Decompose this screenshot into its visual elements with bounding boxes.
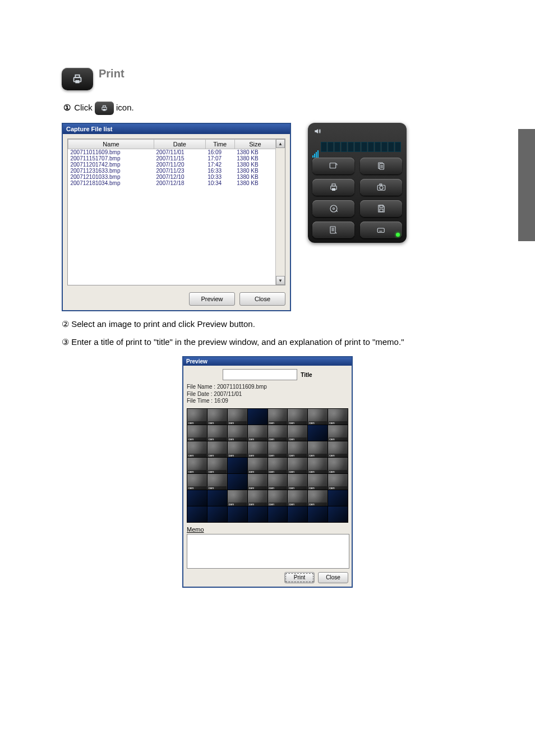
table-row[interactable]: 200711231633.bmp 2007/11/23 16:33 1380 K… xyxy=(68,168,276,174)
file-table: Name Date Time Size 200711011609.bmp 200… xyxy=(68,139,276,186)
thumb: cam xyxy=(308,458,328,473)
thumb xyxy=(328,506,348,522)
close-preview-button[interactable]: Close xyxy=(318,572,348,583)
col-size[interactable]: Size xyxy=(234,140,275,149)
table-row[interactable]: 200712101033.bmp 2007/12/10 10:33 1380 K… xyxy=(68,174,276,180)
svg-point-24 xyxy=(330,205,337,212)
thumb xyxy=(228,474,247,490)
svg-point-22 xyxy=(380,186,383,190)
thumb: cam xyxy=(228,490,247,506)
thumb: cam xyxy=(207,409,227,425)
thumb: cam xyxy=(328,458,348,473)
svg-rect-32 xyxy=(377,228,384,233)
memo-label: Memo xyxy=(187,526,348,533)
thumb: cam xyxy=(228,441,247,457)
table-row[interactable]: 200712181034.bmp 2007/12/18 10:34 1380 K… xyxy=(68,180,276,186)
thumbnail-grid: cam cam cam cam cam cam cam cam cam cam … xyxy=(187,408,348,523)
logs-button[interactable] xyxy=(312,222,354,238)
speaker-icon[interactable] xyxy=(312,127,322,137)
thumb: cam xyxy=(248,441,268,457)
svg-rect-27 xyxy=(380,209,383,212)
thumb xyxy=(187,490,207,506)
title-input[interactable] xyxy=(223,369,297,380)
title-label: Title xyxy=(301,372,312,378)
thumb: cam xyxy=(288,409,307,425)
camera-button[interactable] xyxy=(360,179,402,196)
thumb: cam xyxy=(187,425,207,441)
thumb xyxy=(288,506,307,522)
thumb: cam xyxy=(268,441,288,457)
svg-rect-28 xyxy=(330,227,335,233)
step-3: ③ Enter a title of print to "title" in t… xyxy=(62,337,473,347)
scrollbar[interactable]: ▲ ▼ xyxy=(275,139,285,285)
thumb: cam xyxy=(328,409,348,425)
thumb: cam xyxy=(207,474,227,490)
save-button[interactable] xyxy=(360,200,402,217)
memo-input[interactable] xyxy=(187,534,349,569)
thumb: cam xyxy=(248,490,268,506)
svg-rect-5 xyxy=(103,109,106,111)
print-button[interactable] xyxy=(312,179,354,196)
svg-rect-19 xyxy=(332,184,335,186)
thumb xyxy=(228,458,247,473)
thumb: cam xyxy=(288,490,307,506)
disc-button[interactable] xyxy=(312,200,354,217)
svg-rect-6 xyxy=(330,163,336,168)
thumb: cam xyxy=(207,441,227,457)
volume-slider[interactable] xyxy=(321,142,401,152)
step-1: ① Click icon. xyxy=(62,102,473,115)
thumb xyxy=(248,506,268,522)
capture-file-list-window: Capture File list Name Date Time Size xyxy=(62,123,291,311)
preview-window: Preview Title File Name : 200711011609.b… xyxy=(182,356,353,588)
thumb: cam xyxy=(288,474,307,490)
thumb: cam xyxy=(207,458,227,473)
print-dialog-button[interactable]: Print xyxy=(284,572,315,583)
preview-button[interactable]: Preview xyxy=(189,292,235,306)
thumb: cam xyxy=(288,425,307,441)
scroll-down-icon[interactable]: ▼ xyxy=(276,276,285,285)
thumb: cam xyxy=(328,425,348,441)
section-title: Print xyxy=(99,67,124,80)
print-icon-small xyxy=(95,102,114,115)
scroll-up-icon[interactable]: ▲ xyxy=(276,139,285,148)
keypad-button[interactable] xyxy=(312,158,354,174)
level-meter-icon xyxy=(312,150,319,158)
thumb: cam xyxy=(308,409,328,425)
thumb: cam xyxy=(248,458,268,473)
table-row[interactable]: 200711011609.bmp 2007/11/01 16:09 1380 K… xyxy=(68,149,276,156)
thumb: cam xyxy=(228,425,247,441)
thumb: cam xyxy=(187,474,207,490)
thumb: cam xyxy=(268,490,288,506)
thumb: cam xyxy=(308,474,328,490)
table-row[interactable]: 200711201742.bmp 2007/11/20 17:42 1380 K… xyxy=(68,162,276,168)
svg-rect-23 xyxy=(380,184,382,185)
thumb: cam xyxy=(248,425,268,441)
thumb: cam xyxy=(187,409,207,425)
svg-rect-1 xyxy=(75,75,79,77)
col-name[interactable]: Name xyxy=(68,140,154,149)
control-panel xyxy=(308,123,407,243)
preview-window-title: Preview xyxy=(183,357,352,366)
thumb: cam xyxy=(288,458,307,473)
table-row[interactable]: 200711151707.bmp 2007/11/15 17:07 1380 K… xyxy=(68,155,276,162)
filelist-button[interactable] xyxy=(360,158,402,174)
window-title: Capture File list xyxy=(63,124,290,134)
keyboard-info-button[interactable] xyxy=(360,222,402,238)
col-date[interactable]: Date xyxy=(154,140,206,149)
thumb: cam xyxy=(268,458,288,473)
thumb xyxy=(328,490,348,506)
thumb xyxy=(207,506,227,522)
thumb: cam xyxy=(187,441,207,457)
thumb: cam xyxy=(207,425,227,441)
thumb xyxy=(268,506,288,522)
thumb xyxy=(248,409,268,425)
close-button[interactable]: Close xyxy=(239,292,285,306)
info-indicator-icon xyxy=(396,233,400,237)
step-2: ② Select an image to print and click Pre… xyxy=(62,319,473,329)
svg-rect-2 xyxy=(75,80,79,83)
thumb: cam xyxy=(308,490,328,506)
thumb: cam xyxy=(268,425,288,441)
thumb: cam xyxy=(328,474,348,490)
thumb: cam xyxy=(268,474,288,490)
col-time[interactable]: Time xyxy=(205,140,234,149)
